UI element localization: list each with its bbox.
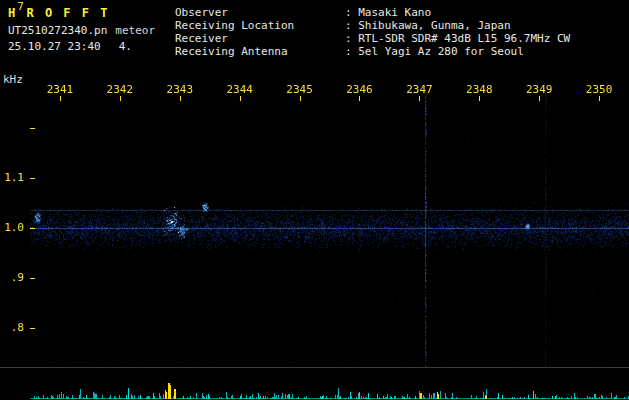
freq-label: .9 [0, 271, 24, 284]
info-label: Receiving Location [175, 19, 345, 32]
info-value: : RTL-SDR SDR# 43dB L15 96.7MHz CW [345, 32, 570, 45]
info-value: : 5el Yagi Az 280 for Seoul [345, 45, 524, 58]
hrofft-window: H R O F F T UT2510272340.pnmeteor 25.10.… [0, 0, 629, 400]
app-title: H R O F F T [8, 6, 155, 20]
info-value: : Shibukawa, Gunma, Japan [345, 19, 511, 32]
time-axis: 2341 2342 2343 2344 2345 2346 2347 2348 … [30, 83, 629, 96]
freq-label: 1.0 [0, 221, 24, 234]
info-row-receiver: Receiver : RTL-SDR SDR# 43dB L15 96.7MHz… [175, 32, 570, 45]
time-label: 2346 [330, 83, 390, 96]
date-line: 25.10.27 23:404. [8, 40, 155, 53]
mode-label: meteor [115, 24, 155, 37]
info-label: Receiving Antenna [175, 45, 345, 58]
header-info: Observer : Masaki Kano Receiving Locatio… [175, 6, 570, 58]
freq-label: .7 [0, 0, 24, 13]
info-label: Receiver [175, 32, 345, 45]
spectrogram-canvas [30, 78, 629, 367]
freq-unit-label: kHz [3, 73, 23, 86]
time-label: 2344 [210, 83, 270, 96]
info-row-antenna: Receiving Antenna : 5el Yagi Az 280 for … [175, 45, 570, 58]
info-value: : Masaki Kano [345, 6, 431, 19]
time-label: 2347 [389, 83, 449, 96]
header-left: H R O F F T UT2510272340.pnmeteor 25.10.… [8, 6, 155, 53]
datetime: 25.10.27 23:40 [8, 40, 101, 53]
time-label: 2349 [509, 83, 569, 96]
signal-strip-canvas [30, 369, 629, 399]
filename: UT2510272340.pn [8, 24, 107, 37]
time-label: 2341 [30, 83, 90, 96]
info-row-observer: Observer : Masaki Kano [175, 6, 570, 19]
file-line: UT2510272340.pnmeteor [8, 24, 155, 37]
time-label: 2343 [150, 83, 210, 96]
time-label: 2348 [449, 83, 509, 96]
freq-label: 1.1 [0, 171, 24, 184]
counter: 4. [119, 40, 132, 53]
time-label: 2345 [270, 83, 330, 96]
freq-label: .8 [0, 321, 24, 334]
time-label: 2342 [90, 83, 150, 96]
info-label: Observer [175, 6, 345, 19]
strip-separator [0, 367, 629, 368]
time-label: 2350 [569, 83, 629, 96]
info-row-location: Receiving Location : Shibukawa, Gunma, J… [175, 19, 570, 32]
